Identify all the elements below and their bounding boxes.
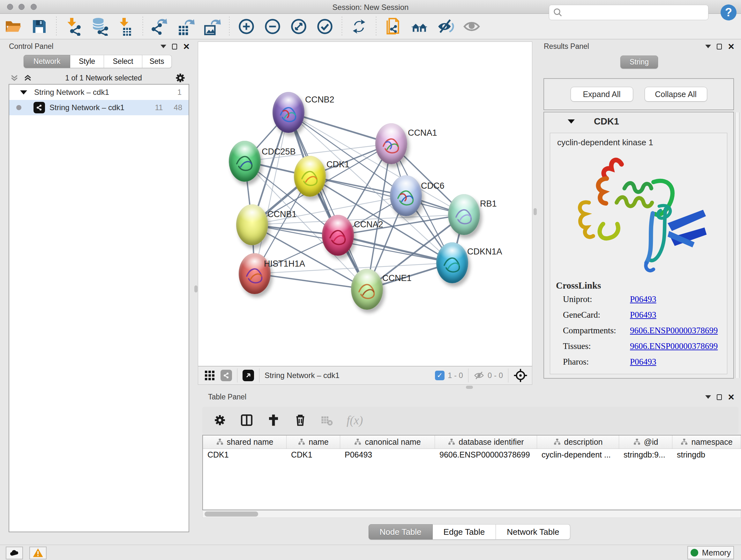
detach-view-icon[interactable] xyxy=(243,370,254,381)
grid-view-icon[interactable] xyxy=(204,370,215,381)
table-cell[interactable]: 9606.ENSP00000378699 xyxy=(435,449,537,461)
graph-node-CDK1[interactable] xyxy=(294,156,326,197)
right-splitter-handle[interactable] xyxy=(534,208,537,215)
tab-sets[interactable]: Sets xyxy=(142,55,172,68)
table-column-header[interactable]: @id xyxy=(619,435,672,449)
memory-button[interactable]: Memory xyxy=(687,546,734,559)
show-columns-icon[interactable] xyxy=(240,414,253,427)
table-column-header[interactable]: database identifier xyxy=(435,435,537,449)
export-network-button[interactable] xyxy=(150,17,170,36)
panel-close-icon[interactable]: ✕ xyxy=(183,43,190,51)
graph-node-RB1[interactable] xyxy=(448,194,480,235)
panel-minimize-icon[interactable] xyxy=(705,45,711,48)
panel-minimize-icon[interactable] xyxy=(705,395,711,399)
table-row[interactable]: CDK1CDK1P064939606.ENSP00000378699cyclin… xyxy=(203,449,741,461)
table-cell[interactable]: stringdb:9... xyxy=(619,449,672,461)
cloud-button[interactable] xyxy=(6,547,23,559)
crosslink-link[interactable]: 9606.ENSP00000378699 xyxy=(630,341,718,351)
network-row-selected[interactable]: String Network – cdk1 11 48 xyxy=(9,100,189,115)
bottom-splitter-handle[interactable] xyxy=(466,386,473,389)
search-field[interactable] xyxy=(549,5,709,20)
table-cell[interactable]: stringdb xyxy=(672,449,741,461)
export-table-button[interactable] xyxy=(176,17,196,36)
import-table-file-button[interactable] xyxy=(116,17,136,36)
network-type-icon[interactable] xyxy=(220,370,232,381)
table-column-header[interactable]: name xyxy=(286,435,340,449)
export-image-button[interactable] xyxy=(202,17,222,36)
import-network-file-button[interactable] xyxy=(64,17,83,36)
tab-edge-table[interactable]: Edge Table xyxy=(433,524,496,540)
table-cell[interactable]: P06493 xyxy=(340,449,435,461)
table-hscrollbar-thumb[interactable] xyxy=(205,511,258,516)
table-options-gear-icon[interactable] xyxy=(213,414,226,427)
tab-style[interactable]: Style xyxy=(70,55,104,68)
left-splitter-handle[interactable] xyxy=(194,286,198,293)
gene-description: cyclin-dependent kinase 1 xyxy=(550,133,727,147)
crosslink-link[interactable]: 9606.ENSP00000378699 xyxy=(630,326,718,335)
crosslink-link[interactable]: P06493 xyxy=(630,357,657,367)
graph-node-CDC6[interactable] xyxy=(390,175,422,216)
graph-node-CCNA2[interactable] xyxy=(322,215,354,256)
search-input[interactable] xyxy=(562,8,703,17)
graph-edge-CCNB2-HIST1H1A[interactable] xyxy=(255,112,288,273)
graph-node-CCNB2[interactable] xyxy=(273,92,305,133)
table-column-header[interactable]: canonical name xyxy=(340,435,435,449)
panel-minimize-icon[interactable] xyxy=(160,45,166,48)
network-collection-row[interactable]: String Network – cdk1 1 xyxy=(9,84,189,100)
tab-node-table[interactable]: Node Table xyxy=(368,524,433,540)
results-scrollbar[interactable] xyxy=(735,112,739,378)
panel-float-icon[interactable] xyxy=(717,394,722,400)
panel-float-icon[interactable] xyxy=(172,44,177,50)
graph-edge-CCNA2-CDKN1A[interactable] xyxy=(338,235,452,263)
tab-string[interactable]: String xyxy=(620,56,658,69)
import-network-database-button[interactable] xyxy=(90,17,110,36)
delete-column-icon[interactable] xyxy=(293,414,307,427)
open-session-button[interactable] xyxy=(3,17,23,36)
warnings-button[interactable] xyxy=(29,547,47,559)
home-networks-button[interactable] xyxy=(409,17,429,36)
tab-network-table[interactable]: Network Table xyxy=(496,524,570,540)
zoom-in-button[interactable] xyxy=(237,17,256,36)
hide-panels-button[interactable] xyxy=(435,17,455,36)
save-session-button[interactable] xyxy=(29,17,49,36)
zoom-selected-button[interactable] xyxy=(315,17,335,36)
table-column-header[interactable]: shared name xyxy=(203,435,286,449)
table-column-header[interactable]: namespace xyxy=(672,435,741,449)
tab-select[interactable]: Select xyxy=(104,55,142,68)
refresh-button[interactable] xyxy=(349,17,369,36)
expand-all-button[interactable]: Expand All xyxy=(570,87,633,102)
help-button[interactable]: ? xyxy=(721,4,737,20)
table-hscrollbar[interactable] xyxy=(202,510,741,518)
crosslink-link[interactable]: P06493 xyxy=(630,294,657,304)
collapse-all-button[interactable]: Collapse All xyxy=(645,87,707,102)
network-options-gear-icon[interactable] xyxy=(175,72,186,84)
collection-expand-icon[interactable] xyxy=(20,90,27,95)
hidden-eye-icon[interactable] xyxy=(474,370,484,381)
table-cell[interactable]: CDK1 xyxy=(286,449,340,461)
table-column-header[interactable]: description xyxy=(537,435,619,449)
birds-eye-icon[interactable] xyxy=(514,368,528,382)
graph-node-CDC25B[interactable] xyxy=(229,141,261,182)
graph-node-CCNA1[interactable] xyxy=(375,123,407,164)
table-cell[interactable]: cyclin-dependent ... xyxy=(537,449,619,461)
collapse-all-icon[interactable] xyxy=(10,73,19,83)
new-network-document-button[interactable] xyxy=(383,17,403,36)
table-cell[interactable]: CDK1 xyxy=(203,449,286,461)
panel-float-icon[interactable] xyxy=(717,44,722,50)
panel-close-icon[interactable]: ✕ xyxy=(728,43,735,51)
panel-close-icon[interactable]: ✕ xyxy=(728,393,735,401)
expand-all-icon[interactable] xyxy=(23,73,32,83)
graph-node-CCNE1[interactable] xyxy=(351,269,383,310)
tab-network[interactable]: Network xyxy=(23,55,70,68)
zoom-fit-button[interactable] xyxy=(289,17,309,36)
network-canvas[interactable]: CCNB2CCNA1CDC25BCDK1CDC6RB1CCNB1CCNA2CDK… xyxy=(198,42,532,366)
show-panel-button[interactable] xyxy=(462,17,482,36)
entry-collapse-icon[interactable] xyxy=(568,119,575,124)
zoom-out-button[interactable] xyxy=(263,17,282,36)
crosslink-link[interactable]: P06493 xyxy=(630,310,657,320)
add-column-icon[interactable] xyxy=(267,414,280,427)
graph-node-CDKN1A[interactable] xyxy=(436,242,468,283)
selected-checkbox[interactable]: ✓ xyxy=(435,371,445,380)
graph-edge-HIST1H1A-CCNE1[interactable] xyxy=(255,273,367,289)
graph-node-CCNB1[interactable] xyxy=(236,204,268,245)
